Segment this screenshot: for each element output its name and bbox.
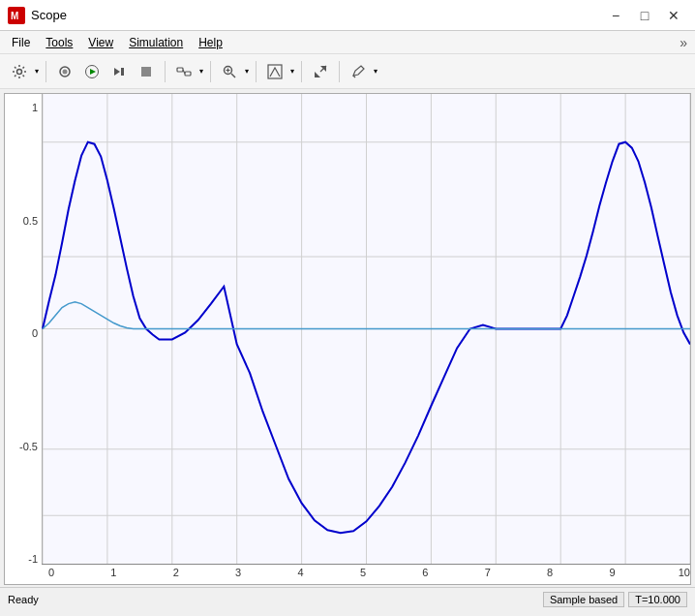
status-ready: Ready bbox=[8, 594, 39, 605]
toolbar-group-connect: ▾ bbox=[170, 58, 205, 85]
sep3 bbox=[210, 61, 211, 82]
svg-marker-6 bbox=[90, 69, 96, 75]
window-controls: − □ ✕ bbox=[602, 6, 687, 25]
close-button[interactable]: ✕ bbox=[660, 6, 687, 25]
x-label-1: 1 bbox=[104, 567, 123, 584]
y-axis: 1 0.5 0 -0.5 -1 bbox=[5, 94, 42, 584]
sep2 bbox=[165, 61, 166, 82]
x-label-5: 5 bbox=[353, 567, 373, 584]
sep5 bbox=[301, 61, 302, 82]
y-label-1: 1 bbox=[5, 102, 42, 113]
autoscale-dropdown-arrow[interactable]: ▾ bbox=[288, 67, 296, 76]
sep4 bbox=[256, 61, 257, 82]
connect-dropdown-arrow[interactable]: ▾ bbox=[197, 67, 205, 76]
plot-svg bbox=[43, 94, 690, 564]
toolbar-group-autoscale: ▾ bbox=[261, 58, 296, 85]
menu-help[interactable]: Help bbox=[191, 34, 230, 51]
svg-point-2 bbox=[17, 69, 22, 74]
menu-file[interactable]: File bbox=[4, 34, 38, 51]
menu-bar: File Tools View Simulation Help » bbox=[0, 31, 695, 54]
menu-extra-icon: » bbox=[680, 35, 691, 50]
sep6 bbox=[339, 61, 340, 82]
plot-inner bbox=[42, 94, 690, 565]
zoom-button[interactable] bbox=[216, 58, 243, 85]
x-label-8: 8 bbox=[540, 567, 559, 584]
maximize-button[interactable]: □ bbox=[631, 6, 658, 25]
svg-rect-10 bbox=[177, 68, 183, 72]
sep1 bbox=[45, 61, 46, 82]
x-label-0: 0 bbox=[42, 567, 61, 584]
settings-button[interactable] bbox=[6, 58, 33, 85]
x-label-7: 7 bbox=[478, 567, 498, 584]
sample-based-badge: Sample based bbox=[543, 592, 624, 607]
menu-tools[interactable]: Tools bbox=[38, 34, 80, 51]
stop-button[interactable] bbox=[133, 58, 160, 85]
autoscale-button[interactable] bbox=[261, 58, 288, 85]
settings-dropdown-arrow[interactable]: ▾ bbox=[33, 67, 41, 76]
restore-button[interactable] bbox=[307, 58, 334, 85]
y-label-neg1: -1 bbox=[5, 553, 42, 565]
menu-simulation[interactable]: Simulation bbox=[121, 34, 191, 51]
svg-rect-11 bbox=[185, 72, 191, 76]
plot-container: 1 0.5 0 -0.5 -1 0 1 2 3 4 5 6 7 8 9 10 bbox=[4, 93, 691, 585]
menu-view[interactable]: View bbox=[80, 34, 121, 51]
x-label-6: 6 bbox=[415, 567, 435, 584]
step-button[interactable] bbox=[106, 58, 133, 85]
x-label-9: 9 bbox=[603, 567, 622, 584]
play-button[interactable] bbox=[78, 58, 106, 85]
svg-point-4 bbox=[63, 69, 68, 74]
x-label-4: 4 bbox=[291, 567, 311, 584]
minimize-button[interactable]: − bbox=[602, 6, 629, 25]
svg-marker-18 bbox=[315, 72, 320, 77]
annotate-button[interactable] bbox=[345, 58, 372, 85]
annotate-dropdown-arrow[interactable]: ▾ bbox=[372, 67, 379, 76]
status-right: Sample based T=10.000 bbox=[543, 592, 687, 607]
x-axis: 0 1 2 3 4 5 6 7 8 9 10 bbox=[42, 565, 690, 584]
x-label-10: 10 bbox=[675, 567, 690, 584]
y-label-0: 0 bbox=[5, 327, 42, 339]
status-bar: Ready Sample based T=10.000 bbox=[0, 587, 695, 610]
y-label-neg0-5: -0.5 bbox=[5, 441, 42, 452]
connect-button[interactable] bbox=[170, 58, 197, 85]
app-icon: M bbox=[8, 7, 25, 24]
zoom-dropdown-arrow[interactable]: ▾ bbox=[243, 67, 251, 76]
y-label-0-5: 0.5 bbox=[5, 215, 42, 227]
svg-marker-7 bbox=[114, 68, 120, 76]
svg-rect-8 bbox=[121, 68, 124, 76]
svg-line-14 bbox=[231, 74, 235, 77]
window-title: Scope bbox=[31, 8, 67, 22]
toolbar-group-annotate: ▾ bbox=[345, 58, 379, 85]
x-label-2: 2 bbox=[166, 567, 186, 584]
record-button[interactable] bbox=[51, 58, 78, 85]
svg-line-21 bbox=[353, 76, 355, 77]
time-badge: T=10.000 bbox=[628, 592, 687, 607]
toolbar: ▾ ▾ ▾ ▾ bbox=[0, 54, 695, 89]
toolbar-group-restore bbox=[307, 58, 334, 85]
svg-rect-9 bbox=[141, 67, 151, 77]
x-label-3: 3 bbox=[228, 567, 248, 584]
toolbar-group-playback bbox=[51, 58, 160, 85]
toolbar-group-zoom: ▾ bbox=[216, 58, 251, 85]
svg-text:M: M bbox=[11, 11, 18, 21]
toolbar-group-settings: ▾ bbox=[6, 58, 41, 85]
title-bar: M Scope − □ ✕ bbox=[0, 0, 695, 31]
